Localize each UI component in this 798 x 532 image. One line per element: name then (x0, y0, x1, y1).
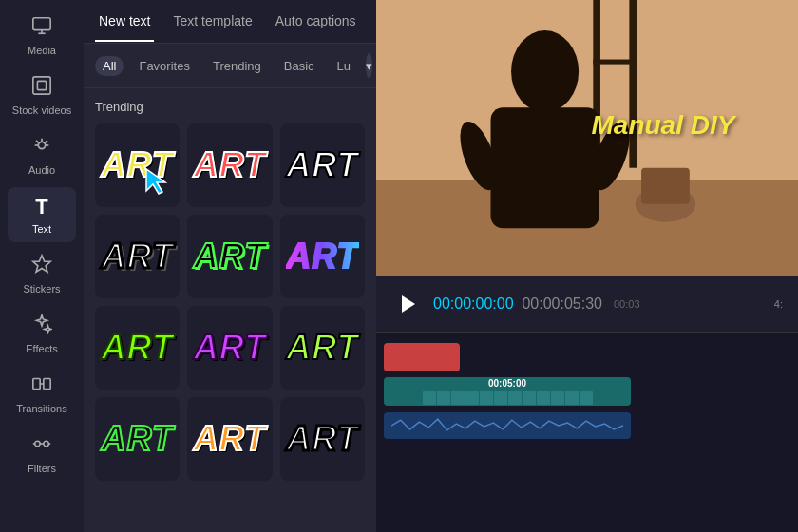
art-card-style3[interactable]: ART (280, 124, 365, 207)
svg-rect-7 (33, 379, 40, 390)
tab-auto-captions[interactable]: Auto captions (272, 2, 360, 42)
sidebar-item-stickers[interactable]: Stickers (8, 246, 76, 302)
clip-audio[interactable] (384, 412, 631, 439)
svg-rect-8 (44, 379, 50, 390)
media-icon (31, 15, 52, 41)
right-area: Manual DIY 00:00:00:00 00:00:05:30 00:03… (376, 0, 798, 532)
sidebar: Media Stock videos Audio T Text Stickers (0, 0, 84, 532)
timeline-controls: 00:00:00:00 00:00:05:30 00:03 4: (376, 276, 798, 332)
art-card-style8[interactable]: ART (187, 306, 272, 390)
video-frame-11 (565, 391, 579, 405)
art-card-style10[interactable]: ART (95, 397, 180, 481)
art-text-style11: ART (194, 419, 266, 459)
art-text-style12: ART (286, 419, 358, 459)
tab-new-text[interactable]: New text (95, 2, 154, 42)
video-frame-8 (522, 391, 536, 405)
svg-point-11 (44, 441, 49, 446)
sidebar-item-label-stickers: Stickers (23, 283, 60, 294)
filter-trending[interactable]: Trending (205, 56, 269, 76)
track-row-red (376, 340, 798, 374)
art-text-style9: ART (286, 328, 358, 368)
clip-video-pattern (423, 391, 593, 405)
audio-icon (31, 135, 52, 161)
sidebar-item-transitions[interactable]: Transitions (8, 366, 76, 422)
sidebar-item-label-media: Media (28, 45, 56, 56)
art-text-style8: ART (194, 328, 266, 368)
filters-icon (31, 433, 52, 459)
svg-marker-15 (146, 169, 165, 194)
art-text-style7: ART (101, 328, 173, 368)
svg-rect-21 (593, 60, 636, 65)
art-card-style4[interactable]: ART (95, 215, 180, 298)
svg-rect-20 (629, 0, 636, 168)
art-card-style1[interactable]: ART (95, 124, 180, 207)
art-card-style12[interactable]: ART (280, 397, 365, 481)
play-button[interactable] (391, 289, 422, 319)
effects-icon (31, 314, 52, 339)
art-text-style3: ART (286, 145, 358, 185)
video-frame-1 (423, 391, 436, 405)
sidebar-item-label-text: Text (32, 223, 51, 235)
timeline-tracks: 00:05:00 (376, 332, 798, 532)
time-display: 00:00:00:00 00:00:05:30 (433, 295, 602, 313)
sidebar-item-text[interactable]: T Text (8, 187, 76, 242)
cursor-overlay (142, 167, 170, 200)
sidebar-item-label-effects: Effects (26, 343, 57, 354)
clip-video[interactable]: 00:05:00 (384, 377, 631, 406)
sidebar-item-label-audio: Audio (28, 164, 55, 176)
art-card-style6[interactable]: ART (280, 215, 365, 298)
panel-content: Trending ART ART ART ART (84, 88, 376, 532)
filter-more-button[interactable]: ▾ (366, 53, 372, 78)
filter-bar: All Favorites Trending Basic Lu ▾ (84, 44, 376, 88)
panel-tabs: New text Text template Auto captions (84, 0, 376, 44)
preview-area: Manual DIY (376, 0, 798, 276)
art-card-style5[interactable]: ART (187, 215, 272, 298)
tab-text-template[interactable]: Text template (169, 2, 256, 42)
video-frame-6 (494, 391, 507, 405)
svg-rect-0 (33, 18, 50, 30)
art-card-style11[interactable]: ART (187, 397, 272, 481)
sidebar-item-stock-videos[interactable]: Stock videos (8, 67, 76, 124)
clip-video-time: 00:05:00 (488, 378, 526, 389)
video-frame-7 (508, 391, 522, 405)
preview-text: Manual DIY (591, 110, 734, 141)
sidebar-item-media[interactable]: Media (8, 8, 76, 64)
filter-basic[interactable]: Basic (276, 56, 322, 76)
art-grid: ART ART ART ART ART (95, 124, 365, 481)
text-icon: T (35, 195, 48, 219)
ruler-mark-03: 00:03 (614, 298, 640, 310)
current-time: 00:00:00:00 (433, 295, 514, 312)
sidebar-item-label-transitions: Transitions (16, 403, 66, 414)
track-row-video: 00:05:00 (376, 374, 798, 408)
video-frame-3 (451, 391, 465, 405)
clip-red[interactable] (384, 343, 460, 371)
filter-favorites[interactable]: Favorites (131, 56, 197, 76)
video-frame-12 (580, 391, 593, 405)
stock-videos-icon (31, 75, 52, 101)
sidebar-item-label-stock: Stock videos (12, 104, 71, 116)
time-right: 4: (774, 298, 783, 310)
video-frame-2 (437, 391, 450, 405)
filter-lu[interactable]: Lu (330, 56, 358, 76)
filter-all[interactable]: All (95, 56, 124, 76)
video-frame-10 (551, 391, 564, 405)
video-frame-5 (480, 391, 493, 405)
play-icon (402, 295, 415, 313)
svg-rect-23 (491, 107, 599, 228)
art-text-style2: ART (194, 145, 266, 185)
art-card-style2[interactable]: ART (187, 124, 272, 207)
video-frame-9 (537, 391, 550, 405)
art-text-style6: ART (286, 237, 358, 276)
art-text-style4: ART (101, 237, 173, 276)
sidebar-item-effects[interactable]: Effects (8, 306, 76, 362)
sidebar-item-filters[interactable]: Filters (8, 426, 76, 482)
sidebar-item-audio[interactable]: Audio (8, 127, 76, 183)
transitions-icon (31, 373, 52, 399)
video-frame-4 (466, 391, 479, 405)
svg-point-22 (511, 30, 579, 112)
svg-rect-4 (37, 81, 46, 89)
art-card-style9[interactable]: ART (280, 306, 365, 390)
art-card-style7[interactable]: ART (95, 306, 180, 390)
svg-rect-27 (641, 168, 690, 204)
svg-point-5 (38, 142, 45, 148)
